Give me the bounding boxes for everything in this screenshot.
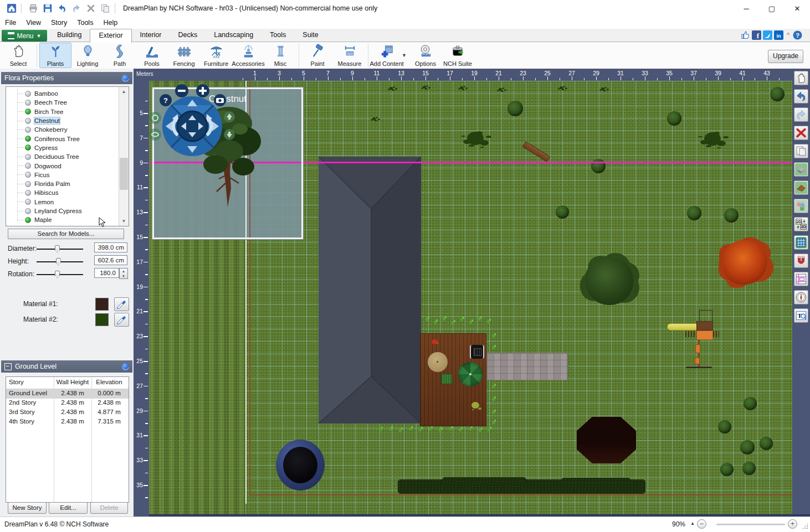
flora-item-lemon[interactable]: Lemon	[6, 198, 118, 206]
save-icon[interactable]	[42, 2, 54, 14]
spinner-control[interactable]: ▲▼	[119, 268, 128, 279]
column-header-wall-height[interactable]: Wall Height	[54, 377, 91, 389]
linkedin-icon[interactable]: in	[774, 30, 783, 40]
flora-properties-header[interactable]: Flora Properties	[1, 72, 132, 84]
menu-help[interactable]: Help	[98, 18, 122, 28]
snap-button[interactable]	[794, 254, 808, 268]
pin-icon[interactable]	[122, 75, 129, 82]
flora-item-florida-palm[interactable]: Florida Palm	[6, 179, 118, 188]
scroll-up-icon[interactable]: ▲	[119, 87, 129, 96]
plan-grid-button[interactable]	[794, 272, 808, 286]
bush[interactable]	[667, 111, 681, 126]
story-row-3rd-story[interactable]: 3rd Story2.438 m4.877 m	[6, 408, 129, 417]
small-plant[interactable]	[443, 317, 445, 321]
house-roof[interactable]	[319, 157, 421, 423]
scroll-down-icon[interactable]: ▼	[119, 216, 129, 226]
flora-item-coniferous-tree[interactable]: Coniferous Tree	[6, 134, 118, 143]
small-plant[interactable]	[409, 427, 412, 431]
zoom-menu-icon[interactable]: ▲	[690, 521, 695, 526]
slider-track[interactable]	[37, 249, 83, 250]
flora-item-chokeberry[interactable]: Chokeberry	[6, 125, 118, 134]
flora-item-dogwood[interactable]: Dogwood	[6, 161, 118, 170]
delete-button[interactable]: Delete	[90, 502, 128, 514]
wooden-deck[interactable]	[420, 333, 486, 426]
tab-decks[interactable]: Decks	[170, 29, 206, 42]
patio-umbrella[interactable]	[458, 362, 483, 386]
bush[interactable]	[687, 206, 701, 220]
twitter-icon[interactable]	[763, 30, 772, 40]
story-row-4th-story[interactable]: 4th Story2.438 m7.315 m	[6, 417, 129, 427]
material-2-swatch[interactable]	[95, 313, 109, 326]
small-plant[interactable]	[492, 346, 495, 349]
plants-button[interactable]: Plants	[39, 43, 71, 68]
small-plant[interactable]	[469, 321, 472, 324]
small-plant[interactable]	[389, 427, 392, 431]
grid-button[interactable]	[794, 235, 808, 250]
main-menu-button[interactable]: Menu ▼	[2, 30, 47, 42]
patio-table[interactable]	[428, 352, 448, 372]
material-1-swatch[interactable]	[95, 298, 109, 311]
planter[interactable]	[471, 402, 479, 409]
help-icon[interactable]: ?	[793, 30, 802, 40]
small-plant[interactable]	[469, 427, 471, 431]
lighting-button[interactable]: Lighting	[71, 43, 104, 68]
material-picker-button[interactable]	[114, 313, 129, 327]
small-plant[interactable]	[492, 385, 495, 388]
plan-canvas[interactable]: Chestnut	[134, 69, 792, 516]
small-plant[interactable]	[439, 428, 442, 432]
maximize-button[interactable]: ▢	[759, 0, 785, 17]
scattered-tree[interactable]	[467, 132, 484, 145]
objects-button[interactable]	[794, 199, 808, 213]
small-plant[interactable]	[379, 428, 382, 431]
large-bush[interactable]	[585, 256, 634, 305]
tab-exterior[interactable]: Exterior	[90, 29, 131, 43]
bush[interactable]	[718, 420, 731, 433]
redo-icon[interactable]	[70, 2, 83, 14]
tab-landscaping[interactable]: Landscaping	[206, 29, 262, 42]
furniture-button[interactable]: xXxFurniture	[200, 43, 232, 68]
flora-item-cypress[interactable]: Cypress	[6, 143, 118, 152]
flora-item-deciduous-tree[interactable]: Deciduous Tree	[6, 152, 118, 161]
small-plant[interactable]	[425, 318, 428, 321]
side-table[interactable]	[441, 374, 452, 384]
bush[interactable]	[744, 397, 757, 410]
tab-building[interactable]: Building	[49, 29, 90, 42]
bush[interactable]	[740, 440, 755, 454]
delete-button[interactable]	[794, 126, 808, 140]
select-button[interactable]: Select	[2, 43, 34, 68]
small-plant[interactable]	[434, 321, 437, 324]
story-row-2nd-story[interactable]: 2nd Story2.438 m2.438 m	[6, 399, 129, 408]
grill[interactable]	[470, 345, 484, 359]
material-picker-button[interactable]	[114, 297, 129, 311]
small-plant[interactable]	[452, 321, 454, 324]
story-row-ground-level[interactable]: Ground Level2.438 m0.000 m	[6, 389, 129, 399]
column-header-elevation[interactable]: Elevation	[91, 377, 127, 389]
slider-thumb[interactable]	[55, 271, 60, 278]
collapse-ribbon-icon[interactable]: ^	[787, 32, 790, 38]
path-button[interactable]: Path	[104, 43, 136, 68]
accessories-button[interactable]: Accessories	[232, 43, 264, 68]
pin-icon[interactable]	[122, 363, 129, 370]
bush[interactable]	[760, 437, 773, 450]
pan-button[interactable]	[794, 71, 808, 85]
facebook-icon[interactable]: f	[752, 30, 761, 40]
value-input[interactable]: 602.6 cm	[94, 255, 127, 265]
menu-view[interactable]: View	[21, 18, 46, 28]
scrollbar-thumb[interactable]	[120, 158, 128, 190]
small-plant[interactable]	[460, 318, 463, 321]
small-plant[interactable]	[459, 428, 462, 431]
flora-item-hibiscus[interactable]: Hibiscus	[6, 188, 118, 197]
tab-suite[interactable]: Suite	[294, 29, 327, 42]
bush[interactable]	[742, 462, 756, 475]
slider-track[interactable]	[37, 261, 83, 262]
value-input[interactable]: 398.0 cm	[94, 242, 127, 252]
chevron-down-icon[interactable]: ▼	[402, 53, 408, 58]
misc-button[interactable]: Misc	[264, 43, 296, 68]
small-plant[interactable]	[449, 427, 452, 431]
small-plant[interactable]	[478, 317, 481, 321]
undo-icon[interactable]	[56, 2, 68, 14]
spin-up-icon[interactable]: ▲	[122, 270, 125, 273]
redo-button[interactable]	[794, 107, 808, 122]
zoom-level[interactable]: 90%	[672, 520, 685, 528]
like-icon[interactable]	[741, 30, 750, 40]
